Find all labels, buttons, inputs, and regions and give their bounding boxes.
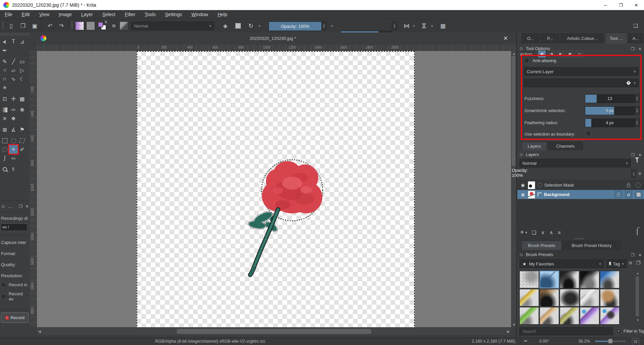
grow-shrink-slider[interactable]: 0 px bbox=[585, 106, 635, 115]
feathering-spinner[interactable]: ▲▼ bbox=[635, 118, 640, 127]
brush-preset-thumb-green-crayon[interactable] bbox=[519, 307, 539, 325]
close-button[interactable]: ✕ bbox=[629, 0, 644, 10]
measure-tool[interactable]: ✕ bbox=[0, 114, 9, 123]
record-button[interactable]: Record bbox=[1, 312, 29, 323]
scroll-left-icon[interactable]: ◀ bbox=[38, 330, 41, 333]
polyline-tool[interactable]: ▷ bbox=[18, 66, 27, 75]
close-docker-icon[interactable]: ✕ bbox=[26, 204, 29, 209]
rectangle-tool[interactable]: ▭ bbox=[18, 57, 27, 66]
preset-scroll-thumb[interactable] bbox=[636, 276, 639, 316]
menu-edit[interactable]: Edit bbox=[22, 12, 30, 17]
lock-icon[interactable]: ⊙ bbox=[519, 252, 523, 257]
reload-preset-icon[interactable]: ↻ bbox=[246, 21, 255, 30]
display-mode-icon[interactable]: ≡ bbox=[629, 260, 632, 266]
layer-lock-chip[interactable] bbox=[614, 191, 623, 198]
pan-tool[interactable]: ✌ bbox=[9, 165, 18, 174]
chevron-down-icon[interactable]: ▾ bbox=[412, 21, 416, 30]
action-symmetric-difference-icon[interactable]: ◫ bbox=[576, 51, 583, 57]
freehand-path-tool[interactable]: ∿ bbox=[9, 75, 18, 83]
scroll-right-icon[interactable]: ▶ bbox=[507, 330, 510, 333]
brush-preset-thumb-charcoal[interactable] bbox=[560, 289, 579, 306]
docker-drag-handle[interactable] bbox=[574, 139, 584, 140]
close-docker-icon[interactable]: ✕ bbox=[638, 153, 642, 157]
tag-button[interactable]: Tag ▾ bbox=[606, 259, 627, 268]
menu-window[interactable]: Window bbox=[191, 12, 208, 17]
move-layer-down-button[interactable]: ∨ bbox=[541, 230, 545, 236]
menu-tools[interactable]: Tools bbox=[145, 12, 156, 17]
gradient-chooser[interactable] bbox=[75, 21, 84, 30]
feathering-slider[interactable]: 4 px bbox=[585, 118, 635, 127]
eraser-mode-icon[interactable]: ◈ bbox=[221, 21, 230, 30]
brush-preset-thumb-ink-pen[interactable] bbox=[560, 271, 579, 288]
delete-layer-button[interactable] bbox=[637, 229, 638, 235]
new-document-icon[interactable]: ▯ bbox=[7, 21, 15, 30]
mirror-horizontal-icon[interactable]: ⋈ bbox=[402, 21, 411, 30]
crop-tool[interactable]: ▦ bbox=[18, 94, 27, 103]
close-docker-icon[interactable]: ✕ bbox=[638, 47, 642, 51]
brush-preset-thumb-round-sketch[interactable] bbox=[600, 289, 619, 306]
action-intersect-icon[interactable]: ◨ bbox=[548, 51, 555, 57]
brush-preset-thumb-blue-pencil[interactable] bbox=[600, 271, 619, 288]
local-selection-icon[interactable] bbox=[636, 183, 641, 188]
scroll-up-icon[interactable]: ▲ bbox=[512, 52, 516, 55]
gradient-tool[interactable] bbox=[0, 105, 9, 114]
canvas-viewport[interactable] bbox=[37, 51, 511, 327]
layer-row-selection-mask[interactable]: ◉ Selection Mask bbox=[520, 181, 643, 190]
undo-icon[interactable]: ↶ bbox=[46, 21, 54, 30]
calligraphy-tool[interactable]: ✒ bbox=[0, 46, 9, 55]
action-replace-icon[interactable]: ▣ bbox=[538, 51, 546, 57]
float-docker-icon[interactable]: ❐ bbox=[19, 204, 22, 209]
scroll-up-icon[interactable]: ▲ bbox=[636, 272, 639, 275]
tab-brush-preset-history[interactable]: Brush Preset History bbox=[563, 241, 620, 250]
lock-icon[interactable]: ⊙ bbox=[1, 204, 5, 209]
brush-preset-thumb-airbrush[interactable] bbox=[519, 271, 539, 288]
close-docker-icon[interactable]: ✕ bbox=[638, 253, 642, 257]
opacity-slider[interactable]: Opacity: 100% bbox=[269, 21, 322, 31]
text-tool[interactable]: T bbox=[9, 37, 18, 46]
freehand-brush-tool[interactable]: ✎ bbox=[0, 57, 9, 66]
open-document-icon[interactable]: ❐ bbox=[18, 21, 27, 30]
float-docker-icon[interactable]: ❐ bbox=[631, 47, 635, 51]
magnetic-selection-tool[interactable]: ∾ bbox=[9, 154, 18, 162]
chevron-down-icon[interactable]: ▾ bbox=[525, 231, 527, 234]
tab-animation[interactable]: A... bbox=[628, 33, 643, 43]
tag-selection-combo[interactable]: ▾ bbox=[524, 79, 639, 87]
rotation-knob[interactable] bbox=[524, 338, 524, 343]
workspace-chooser-icon[interactable]: ❏ bbox=[631, 21, 640, 30]
search-input[interactable] bbox=[519, 327, 613, 335]
layer-name[interactable]: Background bbox=[544, 192, 569, 197]
magic-wand-tool[interactable]: ✳ bbox=[9, 145, 18, 154]
brush-preset-thumb-marker[interactable] bbox=[580, 271, 599, 288]
preserve-alpha-icon[interactable] bbox=[234, 21, 242, 30]
float-docker-icon[interactable]: ❐ bbox=[631, 153, 635, 157]
lock-icon[interactable]: ⊙ bbox=[519, 46, 523, 51]
enclose-fill-tool[interactable]: ⊠ bbox=[0, 125, 9, 134]
layer-opacity-spinner[interactable]: ▲▼ bbox=[631, 169, 636, 178]
dynamic-brush-tool[interactable]: ☾ bbox=[18, 75, 27, 83]
scroll-down-icon[interactable]: ▼ bbox=[512, 323, 516, 327]
brush-preset-thumb-purple-bristle[interactable] bbox=[580, 307, 599, 325]
boundary-checkbox[interactable] bbox=[586, 131, 591, 136]
swap-colors-icon[interactable]: ⇅ bbox=[105, 20, 107, 24]
menu-filter[interactable]: Filter bbox=[125, 12, 135, 17]
menu-settings[interactable]: Settings bbox=[165, 12, 182, 17]
polygon-tool[interactable]: ▱ bbox=[9, 66, 18, 75]
color-sampler-tool[interactable]: ✑ bbox=[9, 105, 18, 114]
vertical-scroll-thumb[interactable] bbox=[512, 56, 515, 166]
brush-preset-thumb-ink-selected[interactable] bbox=[540, 271, 559, 288]
brush-preset-thumb-flat-brush[interactable] bbox=[540, 289, 559, 306]
menu-image[interactable]: Image bbox=[59, 12, 72, 17]
polygonal-selection-tool[interactable] bbox=[18, 136, 27, 145]
redo-icon[interactable]: ↷ bbox=[57, 21, 66, 30]
preset-details-icon[interactable]: ❐ bbox=[636, 260, 641, 265]
brush-preset-thumb-olive-pencil[interactable] bbox=[560, 307, 579, 325]
zoom-tool[interactable] bbox=[0, 165, 9, 174]
freehand-selection-tool[interactable] bbox=[0, 145, 9, 154]
chevron-down-icon[interactable]: ▾ bbox=[430, 21, 434, 30]
filter-layers-icon[interactable] bbox=[635, 160, 639, 166]
select-shapes-tool[interactable]: ➤ bbox=[0, 37, 9, 46]
zoom-value[interactable]: 38.2% bbox=[578, 339, 590, 344]
layer-thumbnail[interactable] bbox=[528, 181, 535, 189]
tab-channels[interactable]: Channels bbox=[548, 142, 583, 150]
toolbar-grip[interactable] bbox=[2, 21, 4, 30]
